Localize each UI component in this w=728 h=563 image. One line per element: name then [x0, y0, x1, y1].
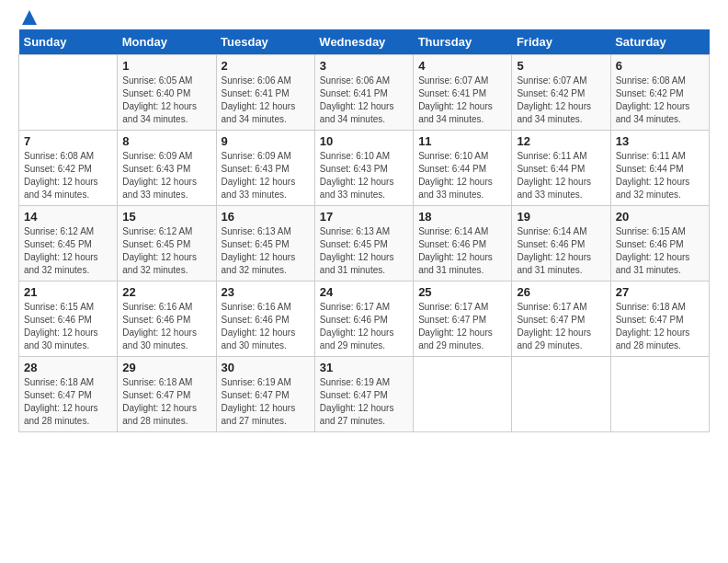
day-number: 19: [517, 210, 605, 224]
day-info: Sunrise: 6:16 AMSunset: 6:46 PMDaylight:…: [222, 301, 310, 352]
calendar-cell: 26Sunrise: 6:17 AMSunset: 6:47 PMDayligh…: [512, 282, 610, 357]
day-number: 25: [418, 285, 506, 299]
calendar-cell: 1Sunrise: 6:05 AMSunset: 6:40 PMDaylight…: [118, 55, 216, 131]
col-header-thursday: Thursday: [414, 29, 512, 55]
calendar-cell: 25Sunrise: 6:17 AMSunset: 6:47 PMDayligh…: [414, 282, 512, 357]
logo-icon: [21, 9, 38, 26]
day-info: Sunrise: 6:09 AMSunset: 6:43 PMDaylight:…: [122, 150, 210, 201]
calendar-cell: [414, 357, 512, 432]
day-number: 31: [320, 361, 408, 374]
calendar-cell: 21Sunrise: 6:15 AMSunset: 6:46 PMDayligh…: [19, 282, 118, 357]
calendar-cell: [610, 357, 709, 432]
day-number: 8: [122, 134, 210, 148]
day-info: Sunrise: 6:19 AMSunset: 6:47 PMDaylight:…: [222, 376, 310, 428]
calendar-cell: 9Sunrise: 6:09 AMSunset: 6:43 PMDaylight…: [216, 131, 314, 206]
calendar-cell: 8Sunrise: 6:09 AMSunset: 6:43 PMDaylight…: [118, 131, 216, 206]
calendar-cell: 23Sunrise: 6:16 AMSunset: 6:46 PMDayligh…: [216, 282, 314, 357]
day-info: Sunrise: 6:09 AMSunset: 6:43 PMDaylight:…: [222, 150, 310, 201]
day-info: Sunrise: 6:12 AMSunset: 6:45 PMDaylight:…: [122, 225, 210, 277]
day-number: 13: [616, 134, 704, 148]
day-number: 26: [517, 285, 605, 299]
day-info: Sunrise: 6:08 AMSunset: 6:42 PMDaylight:…: [616, 75, 704, 126]
calendar-cell: 10Sunrise: 6:10 AMSunset: 6:43 PMDayligh…: [314, 131, 413, 206]
day-info: Sunrise: 6:05 AMSunset: 6:40 PMDaylight:…: [122, 75, 210, 126]
day-info: Sunrise: 6:10 AMSunset: 6:43 PMDaylight:…: [320, 150, 408, 201]
day-number: 3: [320, 59, 408, 73]
calendar-cell: 24Sunrise: 6:17 AMSunset: 6:46 PMDayligh…: [314, 282, 413, 357]
day-info: Sunrise: 6:17 AMSunset: 6:47 PMDaylight:…: [517, 301, 605, 352]
day-info: Sunrise: 6:13 AMSunset: 6:45 PMDaylight:…: [222, 225, 310, 277]
day-number: 28: [24, 361, 112, 374]
calendar-cell: 19Sunrise: 6:14 AMSunset: 6:46 PMDayligh…: [512, 206, 610, 282]
day-info: Sunrise: 6:16 AMSunset: 6:46 PMDaylight:…: [122, 301, 210, 352]
day-number: 1: [122, 59, 210, 73]
day-number: 29: [122, 361, 210, 374]
day-info: Sunrise: 6:14 AMSunset: 6:46 PMDaylight:…: [517, 225, 605, 277]
day-info: Sunrise: 6:13 AMSunset: 6:45 PMDaylight:…: [320, 225, 408, 277]
day-info: Sunrise: 6:07 AMSunset: 6:41 PMDaylight:…: [418, 75, 506, 126]
calendar-cell: 4Sunrise: 6:07 AMSunset: 6:41 PMDaylight…: [414, 55, 512, 131]
day-info: Sunrise: 6:18 AMSunset: 6:47 PMDaylight:…: [24, 376, 112, 428]
calendar-cell: 31Sunrise: 6:19 AMSunset: 6:47 PMDayligh…: [314, 357, 413, 432]
page-header: [18, 9, 710, 20]
day-number: 11: [418, 134, 506, 148]
day-number: 4: [418, 59, 506, 73]
day-number: 14: [24, 210, 112, 224]
logo: [18, 9, 39, 20]
day-number: 7: [24, 134, 112, 148]
calendar-cell: 22Sunrise: 6:16 AMSunset: 6:46 PMDayligh…: [118, 282, 216, 357]
calendar-cell: 13Sunrise: 6:11 AMSunset: 6:44 PMDayligh…: [610, 131, 709, 206]
day-number: 2: [222, 59, 310, 73]
calendar-cell: 16Sunrise: 6:13 AMSunset: 6:45 PMDayligh…: [216, 206, 314, 282]
day-info: Sunrise: 6:06 AMSunset: 6:41 PMDaylight:…: [222, 75, 310, 126]
day-info: Sunrise: 6:18 AMSunset: 6:47 PMDaylight:…: [122, 376, 210, 428]
calendar-cell: 17Sunrise: 6:13 AMSunset: 6:45 PMDayligh…: [314, 206, 413, 282]
day-number: 9: [222, 134, 310, 148]
calendar-cell: 29Sunrise: 6:18 AMSunset: 6:47 PMDayligh…: [118, 357, 216, 432]
day-number: 23: [222, 285, 310, 299]
calendar-cell: 27Sunrise: 6:18 AMSunset: 6:47 PMDayligh…: [610, 282, 709, 357]
day-number: 22: [122, 285, 210, 299]
day-number: 24: [320, 285, 408, 299]
day-info: Sunrise: 6:14 AMSunset: 6:46 PMDaylight:…: [418, 225, 506, 277]
calendar-cell: 20Sunrise: 6:15 AMSunset: 6:46 PMDayligh…: [610, 206, 709, 282]
col-header-monday: Monday: [118, 29, 216, 55]
calendar-cell: [19, 55, 118, 131]
col-header-sunday: Sunday: [19, 29, 118, 55]
calendar-cell: 12Sunrise: 6:11 AMSunset: 6:44 PMDayligh…: [512, 131, 610, 206]
day-info: Sunrise: 6:17 AMSunset: 6:47 PMDaylight:…: [418, 301, 506, 352]
col-header-friday: Friday: [512, 29, 610, 55]
day-info: Sunrise: 6:15 AMSunset: 6:46 PMDaylight:…: [616, 225, 704, 277]
day-number: 30: [222, 361, 310, 374]
calendar-cell: 18Sunrise: 6:14 AMSunset: 6:46 PMDayligh…: [414, 206, 512, 282]
day-number: 6: [616, 59, 704, 73]
calendar-cell: 3Sunrise: 6:06 AMSunset: 6:41 PMDaylight…: [314, 55, 413, 131]
day-info: Sunrise: 6:18 AMSunset: 6:47 PMDaylight:…: [616, 301, 704, 352]
day-info: Sunrise: 6:19 AMSunset: 6:47 PMDaylight:…: [320, 376, 408, 428]
day-number: 5: [517, 59, 605, 73]
day-info: Sunrise: 6:17 AMSunset: 6:46 PMDaylight:…: [320, 301, 408, 352]
day-number: 27: [616, 285, 704, 299]
day-info: Sunrise: 6:11 AMSunset: 6:44 PMDaylight:…: [616, 150, 704, 201]
calendar-cell: 14Sunrise: 6:12 AMSunset: 6:45 PMDayligh…: [19, 206, 118, 282]
day-number: 16: [222, 210, 310, 224]
calendar-cell: 7Sunrise: 6:08 AMSunset: 6:42 PMDaylight…: [19, 131, 118, 206]
day-number: 18: [418, 210, 506, 224]
svg-marker-0: [22, 10, 37, 25]
calendar-table: SundayMondayTuesdayWednesdayThursdayFrid…: [18, 29, 710, 432]
col-header-tuesday: Tuesday: [216, 29, 314, 55]
col-header-wednesday: Wednesday: [314, 29, 413, 55]
day-number: 15: [122, 210, 210, 224]
calendar-cell: 15Sunrise: 6:12 AMSunset: 6:45 PMDayligh…: [118, 206, 216, 282]
day-info: Sunrise: 6:15 AMSunset: 6:46 PMDaylight:…: [24, 301, 112, 352]
day-number: 21: [24, 285, 112, 299]
day-number: 20: [616, 210, 704, 224]
day-number: 10: [320, 134, 408, 148]
calendar-cell: 5Sunrise: 6:07 AMSunset: 6:42 PMDaylight…: [512, 55, 610, 131]
day-number: 17: [320, 210, 408, 224]
calendar-cell: 6Sunrise: 6:08 AMSunset: 6:42 PMDaylight…: [610, 55, 709, 131]
day-info: Sunrise: 6:08 AMSunset: 6:42 PMDaylight:…: [24, 150, 112, 201]
calendar-cell: 11Sunrise: 6:10 AMSunset: 6:44 PMDayligh…: [414, 131, 512, 206]
calendar-cell: [512, 357, 610, 432]
day-info: Sunrise: 6:06 AMSunset: 6:41 PMDaylight:…: [320, 75, 408, 126]
